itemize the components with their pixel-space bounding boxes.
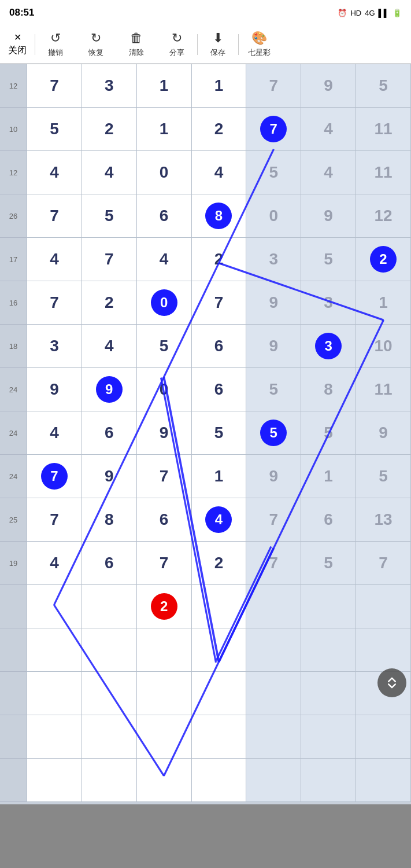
table-row[interactable]: 99065811 [27,368,411,411]
grid-cell[interactable]: 4 [27,542,82,585]
grid-cell[interactable]: 13 [356,498,411,542]
grid-cell[interactable]: 0 [246,194,301,238]
table-row[interactable]: 75680912 [27,194,411,238]
table-row[interactable]: 52127411 [27,108,411,151]
qixingcai-button[interactable]: 🎨 七星彩 [239,31,279,58]
grid-cell[interactable]: 5 [246,368,301,411]
grid-cell[interactable]: 3 [82,64,136,108]
grid-cell[interactable]: 6 [301,498,356,542]
grid-cell[interactable]: 5 [301,542,356,585]
grid-cell[interactable]: 9 [246,325,301,368]
grid-cell[interactable] [82,585,136,628]
grid-cell[interactable]: 8 [82,498,136,542]
close-button[interactable]: ✕ 关闭 [0,32,35,57]
grid-cell[interactable] [301,585,356,628]
undo-button[interactable]: ↺ 撤销 [35,31,76,58]
grid-cell[interactable]: 9 [301,64,356,108]
grid-cell[interactable]: 7 [27,455,82,498]
grid-cell[interactable]: 10 [356,325,411,368]
grid-cell[interactable]: 7 [356,542,411,585]
grid-cell[interactable]: 11 [356,151,411,194]
redo-button[interactable]: ↻ 恢复 [76,31,116,58]
table-row[interactable]: 44045411 [27,151,411,194]
grid-cell[interactable]: 2 [356,238,411,281]
grid-cell[interactable]: 4 [27,151,82,194]
grid-cell[interactable]: 6 [136,498,191,542]
grid-cell[interactable]: 7 [27,498,82,542]
grid-cell[interactable]: 7 [136,542,191,585]
table-row[interactable]: 7311795 [27,64,411,108]
grid-cell[interactable]: 4 [301,151,356,194]
table-row[interactable]: 4742352 [27,238,411,281]
grid-cell[interactable]: 0 [136,281,191,325]
grid-cell[interactable]: 3 [301,325,356,368]
grid-cell[interactable]: 6 [191,368,246,411]
grid-cell[interactable]: 9 [82,455,136,498]
grid-cell[interactable]: 8 [301,368,356,411]
grid-cell[interactable]: 2 [136,585,191,628]
grid-cell[interactable]: 9 [356,411,411,455]
grid-cell[interactable]: 0 [136,368,191,411]
grid-cell[interactable]: 9 [27,368,82,411]
grid-cell[interactable]: 2 [191,542,246,585]
grid-cell[interactable]: 1 [136,108,191,151]
grid-cell[interactable]: 9 [246,455,301,498]
grid-cell[interactable]: 9 [136,411,191,455]
grid-cell[interactable]: 7 [27,194,82,238]
grid-cell[interactable]: 5 [27,108,82,151]
grid-cell[interactable]: 5 [301,238,356,281]
grid-cell[interactable]: 11 [356,108,411,151]
grid-cell[interactable]: 5 [246,151,301,194]
grid-cell[interactable]: 4 [27,238,82,281]
grid-cell[interactable]: 5 [246,411,301,455]
grid-cell[interactable]: 7 [246,498,301,542]
grid-cell[interactable] [246,585,301,628]
grid-cell[interactable]: 9 [246,281,301,325]
grid-cell[interactable]: 2 [82,281,136,325]
grid-cell[interactable]: 1 [356,281,411,325]
grid-cell[interactable]: 4 [27,411,82,455]
grid-cell[interactable] [191,585,246,628]
table-row[interactable]: 34569310 [27,325,411,368]
grid-cell[interactable]: 5 [356,64,411,108]
clear-button[interactable]: 🗑 清除 [116,31,157,58]
grid-cell[interactable]: 2 [191,238,246,281]
grid-cell[interactable]: 7 [246,64,301,108]
grid-cell[interactable]: 1 [191,64,246,108]
share-button[interactable]: ↻ 分享 [157,31,197,58]
grid-cell[interactable]: 4 [136,238,191,281]
table-row[interactable]: 4672757 [27,542,411,585]
grid-cell[interactable]: 2 [82,108,136,151]
grid-cell[interactable]: 5 [301,411,356,455]
grid-cell[interactable]: 5 [136,325,191,368]
grid-cell[interactable]: 9 [301,194,356,238]
grid-cell[interactable]: 0 [136,151,191,194]
grid-cell[interactable]: 6 [191,325,246,368]
table-row[interactable]: 78647613 [27,498,411,542]
grid-cell[interactable] [27,585,82,628]
grid-cell[interactable]: 7 [246,542,301,585]
grid-cell[interactable]: 11 [356,368,411,411]
grid-cell[interactable]: 7 [27,281,82,325]
grid-cell[interactable]: 5 [82,194,136,238]
grid-cell[interactable]: 1 [136,64,191,108]
grid-cell[interactable]: 3 [246,238,301,281]
grid-cell[interactable]: 7 [82,238,136,281]
grid-cell[interactable]: 6 [82,411,136,455]
grid-cell[interactable]: 7 [136,455,191,498]
grid-cell[interactable]: 7 [27,64,82,108]
grid-cell[interactable]: 1 [191,455,246,498]
table-row[interactable]: 7207931 [27,281,411,325]
grid-cell[interactable]: 8 [191,194,246,238]
grid-cell[interactable]: 6 [82,542,136,585]
grid-cell[interactable]: 7 [246,108,301,151]
grid-cell[interactable]: 4 [82,325,136,368]
grid-cell[interactable]: 12 [356,194,411,238]
save-button[interactable]: ⬇ 保存 [198,31,238,58]
grid-cell[interactable]: 1 [301,455,356,498]
grid-cell[interactable]: 7 [191,281,246,325]
grid-cell[interactable]: 4 [301,108,356,151]
grid-cell[interactable] [356,585,411,628]
grid-cell[interactable]: 3 [301,281,356,325]
table-row[interactable]: 7971915 [27,455,411,498]
